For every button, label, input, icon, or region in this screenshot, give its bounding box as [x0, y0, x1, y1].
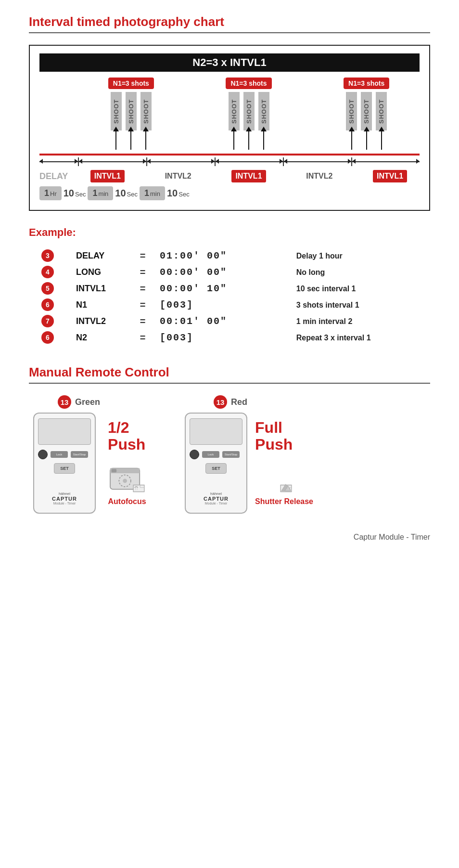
remote-divider [29, 383, 430, 384]
footer-text: Captur Module - Timer [354, 533, 430, 541]
intvl2-badge-2: INTVL2 [302, 170, 336, 182]
device-set-btn-right: SET [205, 463, 227, 474]
row-num-cell: 3 [38, 247, 70, 264]
t5-num: 10 [167, 188, 178, 199]
device-btn-round-left [38, 450, 48, 459]
push-label-right: FullPush [255, 419, 313, 453]
shoot-group-2: N1=3 shots SHOOT SHOOT SHOOT [196, 78, 302, 150]
intvl1-label-1: INTVL1 [78, 170, 137, 182]
intvl1-badge: INTVL1 [90, 170, 125, 182]
val-n2: [003] [160, 332, 193, 343]
shoot-col: SHOOT [376, 92, 387, 150]
row-badge-7: 7 [41, 315, 54, 327]
device-screen-left [38, 418, 91, 445]
meas-arrows-row [39, 156, 420, 167]
shoot-cols-1: SHOOT SHOOT SHOOT [111, 92, 152, 150]
remote-section-title: Manual Remote Control [29, 365, 430, 380]
chart-divider [29, 32, 430, 33]
chart-title: Interval timed photography chart [29, 14, 430, 29]
push-label-left: 1/2Push [108, 419, 146, 453]
device-btn-lock-right: Lock [202, 451, 219, 458]
row-desc-cell: Delay 1 hour [284, 247, 440, 264]
device-brand-left: hähnel CAPTUR Module - Timer [34, 492, 95, 505]
lock-label-left: Lock [56, 453, 63, 456]
example-row-intvl2: 7 INTVL2 = 00:01' 00" 1 min interval 2 [38, 313, 440, 329]
t2-num: 1 [92, 188, 97, 198]
time-t2: 1 min [88, 186, 113, 200]
arrow-up [351, 130, 352, 150]
shoot-group-1: N1=3 shots SHOOT SHOOT SHOOT [78, 78, 184, 150]
intvl2-badge: INTVL2 [161, 170, 195, 182]
t5-unit: Sec [178, 191, 189, 198]
intvl1-badge-3: INTVL1 [373, 170, 407, 182]
brand-right: hähnel [186, 492, 246, 496]
arrow-up [145, 130, 146, 150]
shoot-label: SHOOT [111, 92, 122, 130]
device-btn-round-right [190, 450, 199, 459]
example-title: Example: [29, 226, 430, 239]
intvl2-label-2: INTVL2 [290, 170, 349, 182]
n1-badge-2: N1=3 shots [226, 78, 271, 89]
time-delay: 1 Hr [39, 186, 62, 200]
desc-intvl2: 1 min interval 2 [287, 317, 353, 325]
time-t4: 1 min [140, 186, 165, 200]
shoot-cols-2: SHOOT SHOOT SHOOT [229, 92, 269, 150]
example-row-delay: 3 DELAY = 01:00' 00" Delay 1 hour [38, 247, 440, 264]
t4-num: 1 [144, 188, 149, 198]
eq-long: = [140, 267, 146, 277]
val-intvl1: 00:00' 10" [160, 283, 227, 294]
page-footer: Captur Module - Timer [29, 533, 430, 542]
device-btn-startstop-right: Start/Stop [222, 451, 240, 458]
captur-right: CAPTUR [186, 496, 246, 502]
timeline-red-line [39, 154, 420, 155]
t3-unit: Sec [127, 191, 138, 198]
arrow-up [263, 130, 264, 150]
val-n1: [003] [160, 299, 193, 311]
shoot-group-3: N1=3 shots SHOOT SHOOT SHOOT [313, 78, 420, 150]
arrow-up [233, 130, 234, 150]
arrow-up [115, 130, 116, 150]
n1-badge-3: N1=3 shots [344, 78, 389, 89]
row-eq-cell: = [137, 247, 157, 264]
time-t1: 10 Sec [64, 188, 86, 199]
arrow-up [248, 130, 249, 150]
row-val-cell: 01:00' 00" [157, 247, 284, 264]
row-label-n2: N2 [73, 333, 87, 342]
badge-13-right: 13 [214, 395, 227, 409]
remote-info-left: 1/2Push [108, 419, 146, 506]
sub-right: Module - Timer [186, 502, 246, 505]
shoot-label: SHOOT [376, 92, 387, 130]
autofocus-icon-area: Autofocus [108, 460, 146, 506]
eq-intvl2: = [140, 316, 146, 326]
intvl1-label-3: INTVL1 [360, 170, 420, 182]
seg-intvl2-1 [147, 161, 215, 162]
seg-intvl2-2 [284, 161, 351, 162]
row-label-delay: DELAY [73, 251, 104, 260]
svg-rect-2 [112, 469, 117, 473]
brand-left: hähnel [34, 492, 95, 496]
seg-intvl1-3 [352, 161, 420, 162]
remote-section: 13 Green Lock Start/Stop [29, 395, 430, 514]
red-label: Red [231, 397, 247, 407]
intvl1-badge-2: INTVL1 [231, 170, 266, 182]
set-label-right: SET [212, 466, 220, 471]
row-badge-3: 3 [41, 249, 54, 262]
remote-unit-left: 13 Green Lock Start/Stop [29, 395, 146, 514]
val-long: 00:00' 00" [160, 267, 227, 278]
row-label-long: LONG [73, 267, 101, 277]
t4-unit: min [150, 190, 160, 197]
row-badge-6b: 6 [41, 331, 54, 344]
delay-arrow [39, 161, 78, 162]
chart-container: N2=3 x INTVL1 N1=3 shots SHOOT SHOOT SHO… [29, 45, 430, 211]
arrow-up [381, 130, 382, 150]
row-badge-5: 5 [41, 282, 54, 295]
remote-unit-right: 13 Red Lock Start/Stop [185, 395, 313, 514]
eq-delay: = [140, 250, 146, 261]
captur-left: CAPTUR [34, 496, 95, 502]
sub-left: Module - Timer [34, 502, 95, 505]
shoot-col: SHOOT [140, 92, 152, 150]
row-label-intvl2: INTVL2 [73, 316, 106, 326]
delay-num: 1 [44, 188, 49, 198]
shoot-label: SHOOT [229, 92, 240, 130]
example-row-long: 4 LONG = 00:00' 00" No long [38, 264, 440, 280]
